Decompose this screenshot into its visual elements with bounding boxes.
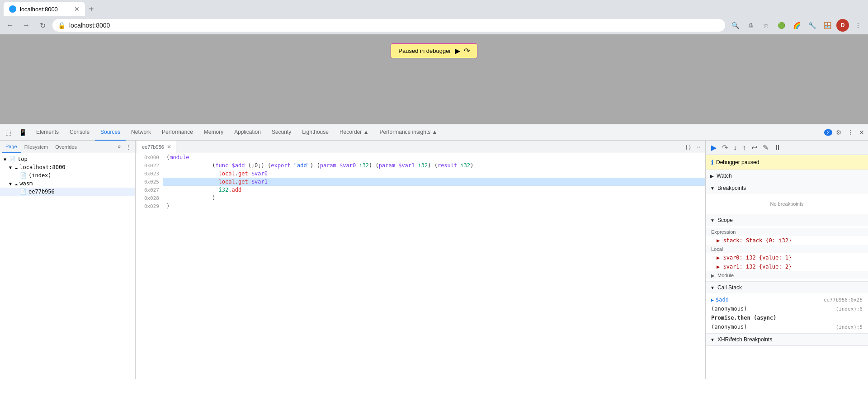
new-tab-button[interactable]: +	[85, 2, 98, 16]
callstack-add-name-wrap: ▶ $add	[711, 297, 729, 303]
tab-elements[interactable]: Elements	[31, 124, 64, 141]
tab-security[interactable]: Security	[266, 124, 297, 141]
tree-icon-ee77b956: 📄	[20, 189, 27, 195]
debugger-toolbar: ▶ ↷ ↓ ↑ ↩ ✎ ⏸	[706, 141, 868, 155]
code-area[interactable]: 0x000 0x022 0x023 0x025 0x027 0x028 0x02…	[136, 153, 705, 379]
omnibar-row: ← → ↻ 🔒 localhost:8000 🔍 ⎙ ☆ 🟢 🌈 🔧 🪟 D ⋮	[0, 16, 868, 34]
editor-more-btn[interactable]: ↔	[694, 143, 703, 151]
scope-section: ▼ Scope Expression ▶ stack: Stack {0: i3…	[706, 214, 868, 282]
tab-sources[interactable]: Sources	[95, 124, 126, 141]
tree-arrow-index	[14, 173, 20, 178]
callstack-item-promise[interactable]: Promise.then (async)	[706, 313, 868, 322]
refresh-button[interactable]: ↻	[36, 19, 49, 32]
tab-lighthouse[interactable]: Lighthouse	[297, 124, 334, 141]
tab-network[interactable]: Network	[126, 124, 156, 141]
debug-resume-btn[interactable]: ▶	[709, 142, 718, 153]
code-line-7: )	[163, 202, 705, 210]
debugger-paused-section: ℹ Debugger paused	[706, 155, 868, 170]
callstack-add-arrow: ▶	[711, 297, 714, 302]
tree-item-wasm[interactable]: ▼ ☁ wasm	[0, 179, 135, 188]
callstack-label: Call Stack	[717, 284, 742, 291]
callstack-item-anon1[interactable]: (anonymous) (index):6	[706, 304, 868, 313]
editor-tab-ee77b956[interactable]: ee77b956 ✕	[137, 141, 176, 153]
callstack-anon1-loc: (index):6	[835, 306, 863, 312]
menu-icon[interactable]: ⋮	[852, 19, 864, 32]
tree-item-top[interactable]: ▼ 📄 top	[0, 155, 135, 163]
devtools-device-icon[interactable]: 📱	[16, 126, 29, 139]
bookmark-icon[interactable]: ☆	[760, 19, 772, 32]
debug-stepout-btn[interactable]: ↑	[741, 143, 748, 153]
extension-icon-3[interactable]: 🔧	[806, 19, 818, 32]
forward-button[interactable]: →	[20, 19, 33, 32]
line-num-6: 0x028	[139, 194, 159, 202]
address-bar[interactable]: 🔒 localhost:8000	[52, 19, 725, 32]
tree-item-localhost[interactable]: ▼ ☁ localhost:8000	[0, 163, 135, 171]
share-icon[interactable]: ⎙	[744, 19, 757, 32]
tree-item-ee77b956[interactable]: 📄 ee77b956	[0, 188, 135, 196]
extension-icon-1[interactable]: 🟢	[775, 19, 788, 32]
breakpoints-section-header[interactable]: ▼ Breakpoints	[706, 182, 868, 194]
tab-page[interactable]: Page	[2, 141, 21, 153]
scope-var1-item[interactable]: ▶ $var1: i32 {value: 2}	[706, 262, 868, 271]
debug-deactivate-btn[interactable]: ✎	[761, 142, 770, 153]
debugger-paused-text: Debugger paused	[716, 159, 759, 165]
watch-section: ▶ Watch	[706, 170, 868, 182]
callstack-item-add[interactable]: ▶ $add ee77b956:0x25	[706, 295, 868, 304]
line-num-3: 0x023	[139, 170, 159, 178]
editor-tab-close-btn[interactable]: ✕	[167, 144, 171, 150]
devtools-more-btn[interactable]: ⋮	[845, 127, 855, 138]
scope-section-header[interactable]: ▼ Scope	[706, 214, 868, 226]
devtools-settings-btn[interactable]: ⚙	[834, 127, 844, 138]
tab-recorder[interactable]: Recorder ▲	[334, 124, 374, 141]
scope-var0-item[interactable]: ▶ $var0: i32 {value: 1}	[706, 253, 868, 262]
line-num-1: 0x000	[139, 153, 159, 161]
tab-filesystem[interactable]: Filesystem	[21, 141, 52, 153]
tab-console[interactable]: Console	[64, 124, 95, 141]
tab-overrides[interactable]: Overrides	[52, 141, 80, 153]
stepover-debugger-button[interactable]: ↷	[464, 47, 470, 55]
callstack-section-header[interactable]: ▼ Call Stack	[706, 282, 868, 293]
tab-close-btn[interactable]: ✕	[74, 5, 80, 13]
callstack-section: ▼ Call Stack ▶ $add ee77b956:0x25 (anony…	[706, 282, 868, 334]
avatar[interactable]: D	[836, 19, 849, 32]
panel-left: Page Filesystem Overrides » ⋮ ▼ 📄 top	[0, 141, 136, 379]
tab-memory[interactable]: Memory	[198, 124, 229, 141]
xhr-section: ▼ XHR/fetch Breakpoints	[706, 334, 868, 346]
tree-icon-top: 📄	[9, 156, 16, 162]
debug-pause-btn[interactable]: ⏸	[772, 143, 783, 153]
panel-menu-btn[interactable]: ⋮	[123, 143, 133, 151]
tab-performance[interactable]: Performance	[156, 124, 198, 141]
debug-stepover-btn[interactable]: ↷	[720, 142, 730, 153]
lock-icon: 🔒	[58, 22, 66, 29]
tree-item-index[interactable]: 📄 (index)	[0, 171, 135, 179]
debugger-banner: Paused in debugger ▶ ↷	[391, 43, 477, 58]
callstack-add-name: $add	[716, 297, 729, 303]
watch-section-header[interactable]: ▶ Watch	[706, 170, 868, 182]
scope-stack-item[interactable]: ▶ stack: Stack {0: i32}	[706, 236, 868, 245]
tab-application[interactable]: Application	[229, 124, 266, 141]
search-icon[interactable]: 🔍	[729, 19, 741, 32]
extension-icon-4[interactable]: 🪟	[821, 19, 834, 32]
devtools-close-btn[interactable]: ✕	[857, 127, 866, 138]
callstack-item-anon2[interactable]: (anonymous) (index):5	[706, 322, 868, 331]
more-tabs-btn[interactable]: »	[116, 143, 123, 151]
resume-debugger-button[interactable]: ▶	[455, 47, 460, 55]
tab-performance-insights[interactable]: Performance insights ▲	[374, 124, 443, 141]
breakpoints-section: ▼ Breakpoints No breakpoints	[706, 182, 868, 214]
debug-step-btn[interactable]: ↩	[750, 142, 759, 153]
tree-arrow-ee77b956	[14, 189, 20, 194]
editor-pretty-print-btn[interactable]: { }	[684, 143, 693, 151]
active-tab[interactable]: 🌐 localhost:8000 ✕	[4, 2, 85, 16]
tree-arrow-localhost: ▼	[9, 165, 14, 170]
back-button[interactable]: ←	[4, 19, 16, 32]
devtools-cursor-icon[interactable]: ⬚	[2, 126, 14, 139]
xhr-section-header[interactable]: ▼ XHR/fetch Breakpoints	[706, 334, 868, 345]
scope-stack-text: ▶ stack: Stack {0: i32}	[717, 237, 792, 244]
scope-label: Scope	[717, 217, 733, 223]
console-badge: 2	[824, 129, 832, 136]
extension-icon-2[interactable]: 🌈	[790, 19, 803, 32]
scope-content: Expression ▶ stack: Stack {0: i32} Local…	[706, 226, 868, 281]
callstack-anon2-name: (anonymous)	[711, 324, 747, 330]
scope-arrow: ▼	[710, 218, 715, 223]
debug-stepinto-btn[interactable]: ↓	[731, 143, 739, 153]
